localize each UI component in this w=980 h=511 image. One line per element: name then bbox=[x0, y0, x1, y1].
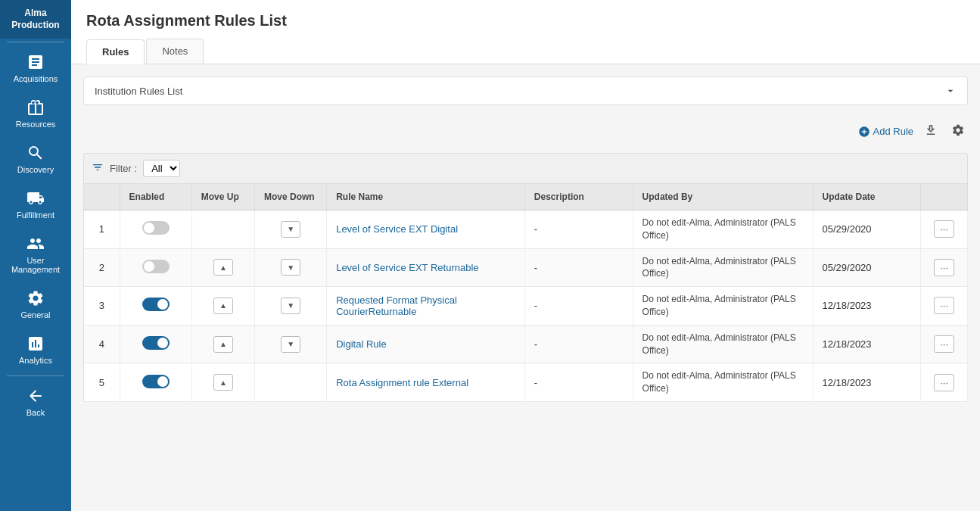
cell-movedown: ▼ bbox=[255, 248, 327, 287]
cell-description: - bbox=[524, 210, 633, 249]
sidebar-item-acquisitions[interactable]: Acquisitions bbox=[0, 45, 71, 91]
cell-row-num: 4 bbox=[84, 325, 120, 363]
cell-updatedby: Do not edit-Alma, Administrator (PALS Of… bbox=[633, 363, 813, 402]
sidebar-item-resources[interactable]: Resources bbox=[0, 91, 71, 136]
toolbar: Add Rule bbox=[83, 114, 968, 148]
rule-name-link[interactable]: Requested Format Physical CourierReturna… bbox=[336, 294, 457, 317]
col-header-updatedate: Update Date bbox=[813, 184, 921, 210]
actions-menu-button[interactable]: ··· bbox=[934, 259, 954, 276]
resources-icon bbox=[26, 98, 45, 117]
export-button[interactable] bbox=[921, 120, 941, 142]
filter-label: Filter : bbox=[110, 163, 137, 174]
cell-moveup: ▲ bbox=[191, 363, 254, 402]
move-up-button[interactable]: ▲ bbox=[213, 374, 233, 391]
add-circle-icon bbox=[858, 126, 870, 138]
sidebar-fulfillment-label: Fulfillment bbox=[17, 210, 54, 220]
tab-notes[interactable]: Notes bbox=[146, 39, 204, 64]
col-header-updatedby: Updated By bbox=[633, 184, 813, 210]
enabled-toggle[interactable] bbox=[142, 298, 170, 311]
sidebar-item-discovery[interactable]: Discovery bbox=[0, 136, 71, 182]
cell-rulename: Rota Assignment rule External bbox=[327, 363, 525, 402]
col-header-movedown: Move Down bbox=[255, 184, 327, 210]
sidebar-acquisitions-label: Acquisitions bbox=[14, 74, 58, 83]
cell-description: - bbox=[524, 325, 633, 363]
actions-menu-button[interactable]: ··· bbox=[934, 374, 954, 391]
cell-moveup: ▲ bbox=[191, 287, 254, 326]
col-header-description: Description bbox=[524, 184, 633, 210]
institution-dropdown-label: Institution Rules List bbox=[95, 86, 182, 97]
cell-actions: ··· bbox=[921, 248, 968, 287]
actions-menu-button[interactable]: ··· bbox=[934, 297, 954, 314]
move-down-button[interactable]: ▼ bbox=[281, 259, 300, 276]
content-area: Institution Rules List Add Rule Filter : bbox=[71, 64, 980, 511]
cell-enabled bbox=[120, 287, 191, 326]
table-row: 2▲▼Level of Service EXT Returnable-Do no… bbox=[84, 248, 968, 287]
col-header-enabled: Enabled bbox=[120, 184, 191, 210]
tabs: Rules Notes bbox=[86, 39, 965, 64]
discovery-icon bbox=[26, 144, 45, 162]
cell-actions: ··· bbox=[921, 325, 968, 363]
sidebar-item-fulfillment[interactable]: Fulfillment bbox=[0, 182, 71, 227]
cell-updatedby: Do not edit-Alma, Administrator (PALS Of… bbox=[633, 325, 813, 363]
filter-select[interactable]: All bbox=[143, 160, 180, 177]
analytics-icon bbox=[26, 335, 45, 353]
cell-moveup: ▲ bbox=[191, 248, 254, 287]
cell-rulename: Digital Rule bbox=[327, 325, 525, 363]
tab-rules[interactable]: Rules bbox=[86, 39, 145, 64]
enabled-toggle[interactable] bbox=[142, 375, 170, 388]
cell-description: - bbox=[524, 287, 633, 326]
move-down-button[interactable]: ▼ bbox=[281, 336, 300, 353]
cell-rulename: Level of Service EXT Returnable bbox=[327, 248, 525, 287]
move-down-button[interactable]: ▼ bbox=[281, 298, 300, 314]
enabled-toggle[interactable] bbox=[142, 221, 170, 235]
actions-menu-button[interactable]: ··· bbox=[934, 220, 954, 238]
table-body: 1▼Level of Service EXT Digital-Do not ed… bbox=[84, 210, 968, 402]
fulfillment-icon bbox=[26, 189, 45, 207]
actions-menu-button[interactable]: ··· bbox=[934, 335, 954, 353]
cell-movedown: ▼ bbox=[255, 325, 327, 363]
cell-updatedby: Do not edit-Alma, Administrator (PALS Of… bbox=[633, 287, 813, 326]
move-up-button[interactable]: ▲ bbox=[213, 259, 233, 276]
rule-name-link[interactable]: Level of Service EXT Digital bbox=[336, 223, 458, 235]
sidebar-item-analytics[interactable]: Analytics bbox=[0, 327, 71, 372]
move-up-button[interactable]: ▲ bbox=[213, 336, 233, 353]
settings-button[interactable] bbox=[948, 120, 968, 142]
cell-moveup bbox=[191, 210, 254, 249]
move-up-button[interactable]: ▲ bbox=[213, 298, 233, 314]
sidebar-analytics-label: Analytics bbox=[19, 356, 52, 365]
cell-enabled bbox=[120, 363, 191, 402]
enabled-toggle[interactable] bbox=[142, 336, 170, 350]
institution-dropdown[interactable]: Institution Rules List bbox=[83, 76, 968, 105]
cell-updatedate: 12/18/2023 bbox=[813, 325, 921, 363]
add-rule-button[interactable]: Add Rule bbox=[858, 126, 913, 138]
table-row: 5▲Rota Assignment rule External-Do not e… bbox=[84, 363, 968, 402]
cell-updatedby: Do not edit-Alma, Administrator (PALS Of… bbox=[633, 210, 813, 249]
cell-actions: ··· bbox=[921, 363, 968, 402]
rule-name-link[interactable]: Rota Assignment rule External bbox=[336, 377, 468, 388]
cell-enabled bbox=[120, 210, 191, 249]
rule-name-link[interactable]: Level of Service EXT Returnable bbox=[336, 262, 478, 273]
cell-updatedate: 12/18/2023 bbox=[813, 363, 921, 402]
sidebar-user-management-label: User Management bbox=[3, 256, 68, 274]
cell-rulename: Level of Service EXT Digital bbox=[327, 210, 525, 249]
page-header: Rota Assignment Rules List Rules Notes bbox=[71, 0, 980, 64]
cell-row-num: 5 bbox=[84, 363, 120, 402]
table-row: 4▲▼Digital Rule-Do not edit-Alma, Admini… bbox=[84, 325, 968, 363]
rule-name-link[interactable]: Digital Rule bbox=[336, 338, 386, 350]
sidebar-item-back[interactable]: Back bbox=[0, 379, 71, 425]
cell-movedown bbox=[255, 363, 327, 402]
move-down-button[interactable]: ▼ bbox=[281, 221, 300, 238]
table-row: 1▼Level of Service EXT Digital-Do not ed… bbox=[84, 210, 968, 249]
cell-moveup: ▲ bbox=[191, 325, 254, 363]
sidebar-item-general[interactable]: General bbox=[0, 282, 71, 327]
col-header-rulename: Rule Name bbox=[327, 184, 525, 210]
app-logo[interactable]: Alma Production bbox=[0, 0, 71, 39]
page-title: Rota Assignment Rules List bbox=[86, 12, 965, 30]
sidebar-back-label: Back bbox=[26, 408, 45, 417]
add-rule-label: Add Rule bbox=[873, 126, 913, 137]
sidebar-item-user-management[interactable]: User Management bbox=[0, 227, 71, 282]
rules-table: Enabled Move Up Move Down Rule Name Desc… bbox=[83, 183, 968, 402]
enabled-toggle[interactable] bbox=[142, 260, 170, 273]
cell-movedown: ▼ bbox=[255, 210, 327, 249]
cell-actions: ··· bbox=[921, 287, 968, 326]
